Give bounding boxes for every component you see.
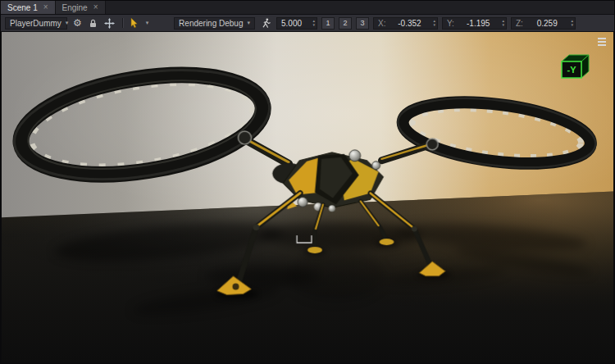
- gear-icon: ⚙: [73, 18, 82, 28]
- z-coordinate-field[interactable]: Z: 0.259 ▴ ▾: [511, 17, 576, 30]
- z-coordinate-label: Z:: [516, 19, 523, 28]
- lock-button[interactable]: [88, 16, 98, 30]
- gizmo-axis-label: -Y: [567, 65, 577, 75]
- toolbar-separator: [122, 18, 123, 28]
- select-tool-button[interactable]: [129, 16, 141, 30]
- y-coordinate-value: -1.195: [467, 19, 490, 28]
- z-coordinate-value: 0.259: [537, 19, 558, 28]
- x-spinner[interactable]: ▴ ▾: [433, 19, 435, 27]
- x-coordinate-field[interactable]: X: -0.352 ▴ ▾: [373, 17, 438, 30]
- spinner-down-icon[interactable]: ▾: [433, 23, 435, 27]
- x-coordinate-label: X:: [378, 19, 385, 28]
- entity-dropdown[interactable]: PlayerDummy ▾: [5, 17, 67, 30]
- tab-close-icon[interactable]: ×: [43, 3, 48, 11]
- viewport-menu-icon[interactable]: [596, 36, 608, 48]
- spinner-down-icon[interactable]: ▾: [502, 23, 504, 27]
- lock-icon: [89, 19, 97, 28]
- chevron-down-icon: ▾: [66, 20, 69, 26]
- speed-spinner[interactable]: ▴ ▾: [312, 19, 315, 27]
- rendering-mode-dropdown[interactable]: Rendering Debug ▾: [174, 17, 255, 30]
- axis-gizmo[interactable]: -Y: [558, 52, 590, 88]
- editor-window: Scene 1 × Engine × PlayerDummy ▾ ⚙: [0, 0, 615, 364]
- tab-engine-label: Engine: [62, 3, 88, 12]
- tool-chevron-down-icon[interactable]: ▾: [145, 20, 150, 26]
- y-coordinate-label: Y:: [447, 19, 454, 28]
- speed-field[interactable]: 5.000 ▴ ▾: [276, 17, 317, 30]
- cursor-icon: [130, 18, 139, 28]
- speed-run-button[interactable]: [259, 16, 272, 30]
- tab-close-icon[interactable]: ×: [93, 3, 98, 11]
- entity-dropdown-label: PlayerDummy: [10, 19, 61, 28]
- runner-icon: [261, 18, 271, 28]
- mode-button-2[interactable]: 2: [339, 17, 352, 30]
- speed-value: 5.000: [281, 19, 302, 28]
- move-tool-button[interactable]: [102, 16, 116, 30]
- tab-scene-1[interactable]: Scene 1 ×: [1, 1, 56, 14]
- settings-button[interactable]: ⚙: [71, 16, 84, 30]
- x-coordinate-value: -0.352: [398, 19, 421, 28]
- y-coordinate-field[interactable]: Y: -1.195 ▴ ▾: [442, 17, 507, 30]
- spinner-down-icon[interactable]: ▾: [571, 23, 573, 27]
- mode-button-3[interactable]: 3: [356, 17, 369, 30]
- mode-button-1[interactable]: 1: [321, 17, 335, 30]
- z-spinner[interactable]: ▴ ▾: [571, 19, 573, 27]
- chevron-down-icon: ▾: [247, 20, 250, 26]
- move-icon: [104, 18, 115, 29]
- main-toolbar: PlayerDummy ▾ ⚙: [1, 15, 614, 32]
- rendering-mode-label: Rendering Debug: [179, 19, 243, 28]
- y-spinner[interactable]: ▴ ▾: [502, 19, 504, 27]
- tab-bar: Scene 1 × Engine ×: [1, 1, 614, 15]
- tab-scene-1-label: Scene 1: [7, 3, 38, 12]
- spinner-down-icon[interactable]: ▾: [312, 23, 315, 27]
- viewport[interactable]: -Y: [1, 32, 614, 363]
- tab-engine[interactable]: Engine ×: [56, 1, 106, 14]
- viewport-3d-scene[interactable]: [2, 32, 613, 362]
